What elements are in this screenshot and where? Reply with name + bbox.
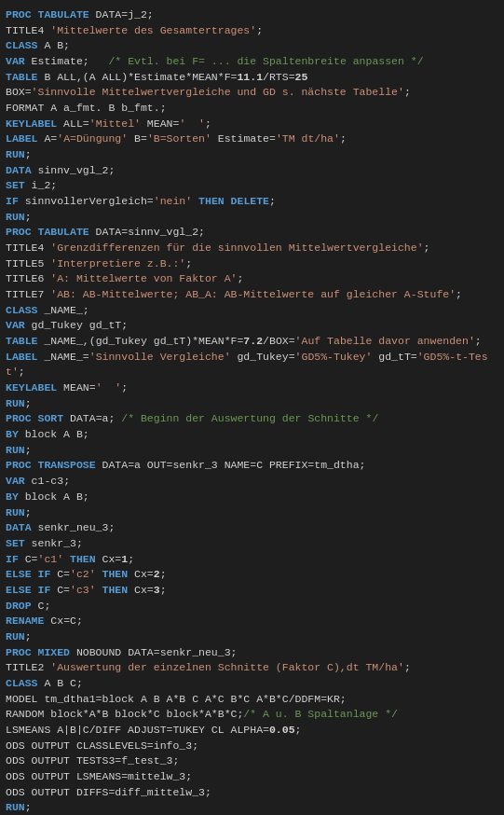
code-token-plain: A B C; [38, 677, 83, 689]
code-token-plain: ; [25, 506, 32, 518]
code-line: ODS OUTPUT CLASSLEVELS=info_3; [6, 739, 498, 754]
code-token-kw: ELSE IF [6, 584, 50, 596]
code-token-plain: ; [25, 397, 32, 409]
code-token-plain: DATA=a; [63, 412, 121, 424]
code-token-plain: MEAN= [57, 381, 95, 394]
code-token-str: ' ' [96, 381, 122, 394]
code-token-plain: gd_Tukey gd_tT; [25, 319, 128, 331]
code-token-bold-num: 7.2 [243, 335, 263, 347]
code-token-plain: TITLE2 [6, 661, 50, 673]
code-token-str: 'Auf Tabelle davor anwenden' [295, 335, 475, 347]
code-token-plain: gd_tT= [372, 351, 416, 363]
code-line: TITLE2 'Auswertung der einzelnen Schnitt… [6, 660, 498, 676]
code-token-plain: ; [340, 132, 347, 145]
code-token-bold-num: 2 [154, 568, 160, 580]
code-token-bold-num: 25 [295, 71, 308, 83]
code-token-kw: RUN [6, 444, 25, 456]
code-token-plain: ; [424, 242, 430, 254]
code-token-kw: KEYLABEL [6, 381, 57, 394]
code-token-kw: PROC MIXED [6, 646, 70, 658]
code-line: RUN; [6, 443, 498, 459]
code-line: BY block A B; [6, 490, 498, 505]
code-token-plain: Estimate; [25, 55, 109, 67]
code-token-str: ' ' [179, 117, 205, 130]
code-token-plain: ; [295, 724, 302, 736]
code-token-kw: BY [6, 490, 19, 503]
code-line: TITLE4 'Grenzdifferenzen für die sinnvol… [6, 241, 498, 256]
code-line: ODS OUTPUT TESTS3=f_test_3; [6, 753, 498, 769]
code-token-str: 'c3' [70, 584, 96, 596]
code-token-kw: RUN [6, 506, 25, 518]
code-token-plain: ; [185, 257, 192, 269]
code-token-plain [96, 584, 102, 596]
code-token-kw: CLASS [6, 39, 38, 51]
code-token-plain: ; [256, 24, 263, 36]
code-line: MODEL tm_dtha1=block A B A*B C A*C B*C A… [6, 692, 498, 708]
code-line: KEYLABEL MEAN=' '; [6, 380, 498, 396]
code-token-kw: RUN [6, 397, 25, 409]
code-line: TITLE5 'Interpretiere z.B.:'; [6, 256, 498, 272]
code-token-plain: ; [128, 553, 134, 565]
code-line: PROC SORT DATA=a; /* Beginn der Auswertu… [6, 411, 498, 427]
code-line: TITLE7 'AB: AB-Mittelwerte; AB_A: AB-Mit… [6, 287, 498, 303]
code-line: BY block A B; [6, 427, 498, 443]
code-line: LABEL _NAME_='Sinnvolle Vergleiche' gd_T… [6, 350, 498, 380]
code-token-str: 'B=Sorten' [147, 132, 211, 145]
code-line: TITLE4 'Mittelwerte des Gesamtertrages'; [6, 23, 498, 39]
code-token-plain: ; [121, 381, 128, 394]
code-token-kw: SET [6, 179, 25, 191]
code-token-str: 'nein' [154, 195, 192, 207]
code-token-kw: IF [6, 553, 19, 565]
code-token-comment: /* A u. B Spaltanlage */ [243, 708, 398, 720]
code-token-kw: THEN [102, 568, 129, 580]
code-token-kw: DATA [6, 164, 32, 176]
code-token-kw: THEN [70, 553, 96, 565]
code-token-kw: TABLE [6, 71, 38, 83]
code-token-plain: Cx= [128, 584, 154, 596]
code-token-plain: ALL= [57, 117, 89, 130]
code-token-plain: sinnvollerVergleich= [19, 195, 154, 207]
code-token-plain: block A B; [19, 428, 89, 440]
code-token-plain: ; [269, 195, 276, 207]
code-token-str: 'A: Mittelwerte von Faktor A' [50, 272, 237, 284]
code-token-plain: ODS OUTPUT DIFFS=diff_mittelw_3; [6, 786, 211, 798]
code-token-str: 'Sinnvolle Vergleiche' [89, 351, 231, 363]
code-line: PROC TRANSPOSE DATA=a OUT=senkr_3 NAME=C… [6, 458, 498, 474]
code-token-kw: ELSE IF [6, 568, 50, 580]
code-token-str: 'Interpretiere z.B.:' [50, 257, 185, 269]
code-token-plain: ; [25, 801, 32, 813]
code-token-plain: BOX= [6, 86, 32, 98]
code-line: PROC TABULATE DATA=j_2; [6, 7, 498, 23]
code-token-plain: i_2; [25, 179, 58, 191]
code-line: LSMEANS A|B|C/DIFF ADJUST=TUKEY CL ALPHA… [6, 723, 498, 739]
code-line: CLASS A B C; [6, 676, 498, 692]
code-line: RUN; [6, 505, 498, 521]
code-token-plain: senkr_neu_3; [32, 521, 116, 533]
code-token-plain: _NAME_,(gd_Tukey gd_tT)*MEAN*F= [38, 335, 244, 347]
code-line: RUN; [6, 210, 498, 226]
code-token-plain: ; [205, 117, 211, 130]
code-token-kw: CLASS [6, 304, 38, 316]
code-line: VAR Estimate; /* Evtl. bei F= ... die Sp… [6, 54, 498, 70]
code-token-plain: senkr_3; [25, 537, 83, 549]
code-editor: PROC TABULATE DATA=j_2;TITLE4 'Mittelwer… [6, 7, 498, 815]
code-line: IF sinnvollerVergleich='nein' THEN DELET… [6, 194, 498, 210]
code-token-kw: TABLE [6, 335, 38, 347]
code-token-str: 'Mittelwerte des Gesamtertrages' [50, 24, 256, 36]
code-line: ODS OUTPUT LSMEANS=mittelw_3; [6, 769, 498, 785]
code-token-plain: DATA=sinnv_vgl_2; [89, 226, 205, 238]
code-token-plain: ; [404, 661, 411, 673]
code-token-bold-num: 3 [154, 584, 160, 596]
code-token-plain [63, 553, 70, 565]
code-token-plain: TITLE7 [6, 288, 50, 300]
code-token-plain: Estimate= [211, 132, 276, 145]
code-token-plain: TITLE6 [6, 272, 50, 284]
code-line: DATA senkr_neu_3; [6, 520, 498, 536]
code-token-plain: block A B; [19, 490, 89, 503]
code-token-kw: LABEL [6, 132, 38, 145]
code-line: VAR gd_Tukey gd_tT; [6, 318, 498, 334]
code-token-kw: SET [6, 537, 25, 549]
code-line: RENAME Cx=C; [6, 614, 498, 629]
code-token-kw: PROC SORT [6, 412, 63, 424]
code-token-str: 'c1' [38, 553, 64, 565]
